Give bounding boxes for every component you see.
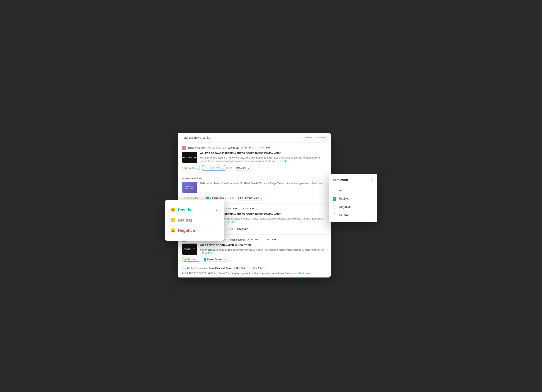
sentiment-tag-1[interactable]: 😊 Positive ⌄ xyxy=(182,166,200,170)
brand-chevron-2: ⌄ xyxy=(260,196,262,199)
read-more-1[interactable]: Read More xyxy=(278,160,289,162)
positive-icon-4: 😊 xyxy=(184,258,187,261)
story-type-chevron-4: ⌄ xyxy=(228,258,230,261)
download-link[interactable]: Download the results xyxy=(304,136,326,139)
news-snippet-5: ING A PRESS COORDINATOR IN NEW YORK... a… xyxy=(182,272,326,275)
sentiment-option-positive[interactable]: ✓ Positive xyxy=(329,195,377,203)
news-title-4: ING A PRESS COORDINATOR IN NEW YORK... xyxy=(200,244,326,247)
sentiment-tag-2[interactable]: ⏱ Calculating ⌄ xyxy=(182,196,203,200)
story-type-label-1: Story Type xyxy=(209,167,220,169)
popup-option-neutral[interactable]: 😐 Neutral xyxy=(171,215,218,225)
brand-label-2: Fino Payment Bank xyxy=(238,196,259,199)
checkbox-icon-4: ✓ xyxy=(204,258,206,261)
popup-neutral-icon: 😐 xyxy=(171,218,176,223)
read-more-5[interactable]: Read More xyxy=(299,272,310,275)
for-label-2: For xyxy=(230,196,234,199)
news-text-4: ING A PRESS COORDINATOR IN NEW YORK... a… xyxy=(200,244,326,255)
sentiment-option-negative[interactable]: Negative xyxy=(329,203,377,211)
popup-positive-item: 😊 Positive xyxy=(171,207,194,212)
story-type-label-2: General News xyxy=(210,196,224,199)
sentiment-option-neutral[interactable]: Neutral xyxy=(329,211,377,219)
metric-ar-4: ↗ AR - 5.6K ⓘ xyxy=(264,238,279,241)
ar-icon-4: ↗ xyxy=(264,238,266,241)
checkbox-neutral[interactable] xyxy=(333,213,336,217)
popup-neutral-item: 😐 Neutral xyxy=(171,218,192,223)
checkbox-positive[interactable]: ✓ xyxy=(333,197,336,201)
brand-tag-1[interactable]: Razorpay ⌄ xyxy=(233,165,252,171)
popup-option-positive[interactable]: 😊 Positive ✓ xyxy=(171,205,218,215)
total-results: Total 109 news results xyxy=(182,136,210,139)
brand-tag-3[interactable]: Razorpay ⌄ xyxy=(234,226,254,231)
brand-chevron-1: ⌄ xyxy=(248,167,249,169)
metric-ar-1: ↗ AR - 5.6K ⓘ xyxy=(258,146,273,149)
popup-neutral-label: Neutral xyxy=(178,218,192,223)
source-name-2: Social Media Tools... xyxy=(182,177,204,180)
popup-negative-item: 😞 Negative xyxy=(171,228,195,233)
story-type-chevron-1: ⌄ xyxy=(222,167,224,169)
story-type-label-4: Market Research +1 xyxy=(207,258,227,261)
sentiment-tag-4[interactable]: 😊 Positive ⌄ xyxy=(182,257,200,262)
sentiment-chevron-icon: ∨ xyxy=(371,178,374,182)
read-more-4[interactable]: Read More xyxy=(202,252,213,254)
left-sentiment-popup: 😊 Positive ✓ 😐 Neutral 😞 Negative xyxy=(165,200,224,241)
story-type-chevron-2: ⌄ xyxy=(225,196,227,199)
metric-ar-5: ↗ AR - 5.6K ⓘ xyxy=(250,267,265,270)
for-label-1: For xyxy=(228,167,232,169)
trend-icon-3: ↗ xyxy=(225,207,227,210)
sentiment-dropdown-panel: Sentiment ∨ All ✓ Positive Negative Neut… xyxy=(329,174,377,222)
thumbnail-4: ING A PRESS COORD... xyxy=(182,244,197,255)
ar-icon-5: ↗ xyxy=(250,267,252,270)
author-4: Roman Maxwell xyxy=(228,238,245,241)
brand-label-3: Razorpay xyxy=(237,227,248,230)
metric-pr-4: ↗ PR - 64K ⓘ xyxy=(247,238,262,241)
popup-positive-icon: 😊 xyxy=(171,207,176,212)
sentiment-panel-header: Sentiment ∨ xyxy=(329,177,377,185)
story-type-tag-4[interactable]: ✓ Market Research +1 ⌄ xyxy=(202,257,232,262)
avatar-1: f xyxy=(182,146,186,150)
news-snippet-2: TWDown.net: Twitter Video Downloader Muc… xyxy=(200,182,326,185)
story-type-icon-1: 📄 xyxy=(205,167,208,169)
brand-tag-2[interactable]: Fino Payment Bank ⌄ xyxy=(235,195,265,201)
popup-negative-label: Negative xyxy=(178,228,195,233)
popup-option-negative[interactable]: 😞 Negative xyxy=(171,225,218,236)
news-snippet-1: Walker Drawas is seeking a highly organi… xyxy=(200,156,326,163)
author-1: Winnie Liu xyxy=(228,146,239,149)
story-type-tag-2[interactable]: ✓ General News ⌄ xyxy=(204,196,229,200)
news-snippet-4: a highly organized, multi-tasking, and d… xyxy=(200,248,326,255)
option-label-neutral: Neutral xyxy=(339,213,349,217)
brand-label-1: Razorpay xyxy=(236,167,246,169)
calculating-label-2: Calculating xyxy=(187,196,198,199)
option-label-positive: Positive xyxy=(339,197,349,201)
sentiment-panel-title: Sentiment xyxy=(333,178,348,182)
panel-header: Total 109 news results Download the resu… xyxy=(178,132,331,143)
calculating-chevron-2: ⌄ xyxy=(199,197,201,199)
positive-label-4: Positive xyxy=(188,258,195,261)
metric-pr-3: ↗ PR - 64K ⓘ xyxy=(225,207,240,210)
checkbox-all[interactable] xyxy=(333,189,336,192)
tags-row-4: 😊 Positive ⌄ ✓ Market Research +1 ⌄ xyxy=(182,257,326,262)
ar-icon-3: ↗ xyxy=(242,207,244,210)
trend-icon-1: ↗ xyxy=(241,146,243,149)
checkbox-negative[interactable] xyxy=(333,205,336,209)
option-label-all: All xyxy=(339,189,342,192)
checkbox-icon-2: ✓ xyxy=(206,196,209,199)
ar-icon-1: ↗ xyxy=(258,146,260,149)
story-type-dropdown-1[interactable]: 📄 Story Type ⌄ xyxy=(202,165,227,171)
for-label-3: For xyxy=(229,227,233,230)
popup-positive-label: Positive xyxy=(178,207,194,212)
popup-negative-icon: 😞 xyxy=(171,228,176,233)
calculating-icon-2: ⏱ xyxy=(184,196,186,199)
read-more-2[interactable]: Read More xyxy=(312,182,323,185)
positive-icon-1: 😊 xyxy=(184,167,187,169)
date-5: 3 by Zin Dutch mentions xyxy=(182,267,207,270)
metric-pr-5: ↗ PR - 64K ⓘ xyxy=(233,267,248,270)
trend-icon-4: ↗ xyxy=(247,238,249,241)
news-text-1: WALKER DRAWAS IS HIRING A PRESS COORDINA… xyxy=(200,152,326,163)
source-name-1: fashionista.com, xyxy=(188,146,206,149)
tags-row-1: 😊 Positive ⌄ 📄 Story Type ⌄ For Razorpay… xyxy=(182,165,326,171)
thumbnail-1: WALKER•DRAWAS xyxy=(182,152,197,163)
news-title-1: WALKER DRAWAS IS HIRING A PRESS COORDINA… xyxy=(200,152,326,155)
read-more-3[interactable]: Read More xyxy=(225,221,236,223)
sentiment-option-all[interactable]: All xyxy=(329,186,377,195)
news-item-1: f fashionista.com, Apr 12, 2023 by Winni… xyxy=(178,143,331,174)
